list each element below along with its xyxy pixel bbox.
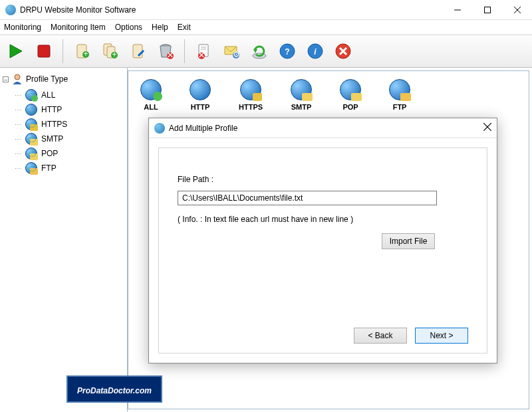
sidebar-item-label: FTP — [41, 163, 57, 173]
globe-icon — [340, 79, 361, 100]
profile-ftp[interactable]: FTP — [389, 79, 410, 111]
stop-button[interactable] — [32, 39, 56, 63]
tree-collapse-icon[interactable]: – — [3, 76, 9, 82]
clipboard-edit-button[interactable] — [126, 39, 150, 63]
globe-icon — [25, 89, 37, 101]
sidebar-item-all[interactable]: ⋯ALL — [15, 88, 124, 102]
sidebar-item-label: POP — [41, 149, 58, 158]
close-button[interactable] — [502, 0, 532, 20]
toolbar: + + ✕ ✕ ⚙ ? i — [0, 35, 532, 68]
dialog-icon — [154, 123, 165, 134]
dialog-close-button[interactable] — [483, 123, 491, 133]
globe-icon — [140, 79, 162, 100]
globe-icon — [25, 118, 37, 130]
clipboard-multi-button[interactable]: + — [98, 39, 122, 63]
clipboard-add-button[interactable]: + — [70, 39, 94, 63]
profile-label: POP — [342, 103, 358, 111]
doc-delete-button[interactable]: ✕ — [192, 39, 215, 63]
globe-icon — [25, 104, 37, 116]
sidebar-item-http[interactable]: ⋯HTTP — [15, 102, 124, 117]
dialog-titlebar: Add Multiple Profile — [149, 118, 497, 138]
sidebar-item-label: SMTP — [41, 134, 63, 144]
sidebar-item-label: HTTP — [41, 105, 62, 114]
file-path-input[interactable] — [178, 191, 437, 205]
dialog-title: Add Multiple Profile — [169, 124, 483, 133]
svg-text:✕: ✕ — [198, 51, 205, 60]
app-icon — [5, 5, 16, 15]
next-button[interactable]: Next > — [415, 328, 468, 344]
sidebar: – Profile Type ⋯ALL ⋯HTTP ⋯HTTPS ⋯SMTP ⋯… — [0, 68, 128, 412]
svg-rect-13 — [133, 45, 142, 58]
minimize-button[interactable] — [442, 0, 472, 20]
globe-icon — [190, 79, 211, 100]
help-button[interactable]: ? — [275, 39, 299, 63]
toolbar-separator — [184, 39, 185, 63]
menu-exit[interactable]: Exit — [178, 23, 191, 32]
menu-monitoring-item[interactable]: Monitoring Item — [51, 23, 106, 32]
profile-http[interactable]: HTTP — [190, 79, 211, 111]
add-multiple-profile-dialog: Add Multiple Profile File Path : ( Info.… — [148, 118, 497, 363]
tree-children: ⋯ALL ⋯HTTP ⋯HTTPS ⋯SMTP ⋯POP ⋯FTP — [15, 88, 124, 175]
refresh-button[interactable] — [247, 39, 271, 63]
back-button[interactable]: < Back — [354, 328, 407, 344]
profile-pop[interactable]: POP — [340, 79, 361, 111]
profile-label: FTP — [393, 103, 407, 111]
exit-button[interactable] — [331, 39, 355, 63]
globe-icon — [291, 79, 312, 100]
profile-label: SMTP — [291, 103, 312, 111]
globe-icon — [25, 162, 37, 174]
svg-text:?: ? — [285, 47, 289, 56]
globe-icon — [25, 148, 37, 159]
svg-text:✕: ✕ — [167, 51, 174, 60]
import-file-button[interactable]: Import File — [382, 233, 435, 249]
sidebar-item-label: ALL — [41, 90, 55, 100]
menubar: Monitoring Monitoring Item Options Help … — [0, 20, 532, 35]
menu-options[interactable]: Options — [115, 23, 142, 32]
sidebar-item-pop[interactable]: ⋯POP — [15, 146, 124, 161]
maximize-button[interactable] — [472, 0, 502, 20]
sidebar-item-https[interactable]: ⋯HTTPS — [15, 117, 124, 132]
profile-row: ALL HTTP HTTPS SMTP POP FTP — [136, 79, 521, 111]
tree-root-label: Profile Type — [26, 74, 68, 84]
menu-help[interactable]: Help — [152, 23, 168, 32]
window-controls — [442, 0, 532, 20]
play-button[interactable] — [4, 39, 28, 63]
dialog-body: File Path : ( Info. : In text file each … — [149, 138, 497, 363]
sidebar-item-ftp[interactable]: ⋯FTP — [15, 161, 124, 175]
profile-label: HTTPS — [239, 103, 263, 111]
file-path-label: File Path : — [178, 175, 468, 184]
svg-marker-4 — [10, 45, 22, 58]
tree-root[interactable]: – Profile Type — [3, 73, 124, 85]
profile-smtp[interactable]: SMTP — [291, 79, 312, 111]
toolbar-separator — [63, 39, 63, 63]
profile-label: HTTP — [191, 103, 210, 111]
info-button[interactable]: i — [303, 39, 327, 63]
svg-point-35 — [15, 74, 20, 80]
trash-button[interactable]: ✕ — [154, 39, 178, 63]
globe-icon — [389, 79, 410, 100]
profile-label: ALL — [144, 103, 158, 111]
mail-settings-button[interactable]: ⚙ — [219, 39, 243, 63]
sidebar-item-label: HTTPS — [41, 120, 67, 129]
window-title: DRPU Website Monitor Software — [20, 5, 442, 15]
svg-marker-27 — [253, 49, 257, 53]
titlebar: DRPU Website Monitor Software — [0, 0, 532, 20]
svg-text:⚙: ⚙ — [233, 50, 240, 59]
svg-text:+: + — [83, 49, 88, 58]
globe-icon — [25, 133, 37, 145]
svg-rect-1 — [484, 7, 490, 13]
watermark: ProDataDoctor.com — [66, 375, 162, 403]
profile-type-icon — [11, 73, 23, 85]
dialog-footer: < Back Next > — [354, 328, 468, 344]
svg-rect-5 — [38, 45, 50, 57]
profile-https[interactable]: HTTPS — [239, 79, 263, 111]
svg-text:+: + — [112, 50, 116, 59]
body: – Profile Type ⋯ALL ⋯HTTP ⋯HTTPS ⋯SMTP ⋯… — [0, 68, 532, 412]
info-text: ( Info. : In text file each url must hav… — [178, 215, 468, 224]
profile-all[interactable]: ALL — [140, 79, 162, 111]
globe-icon — [240, 79, 261, 100]
sidebar-item-smtp[interactable]: ⋯SMTP — [15, 132, 124, 146]
menu-monitoring[interactable]: Monitoring — [4, 23, 41, 32]
main-panel: ALL HTTP HTTPS SMTP POP FTP Add Multiple… — [128, 70, 529, 409]
dialog-inner: File Path : ( Info. : In text file each … — [158, 148, 487, 354]
